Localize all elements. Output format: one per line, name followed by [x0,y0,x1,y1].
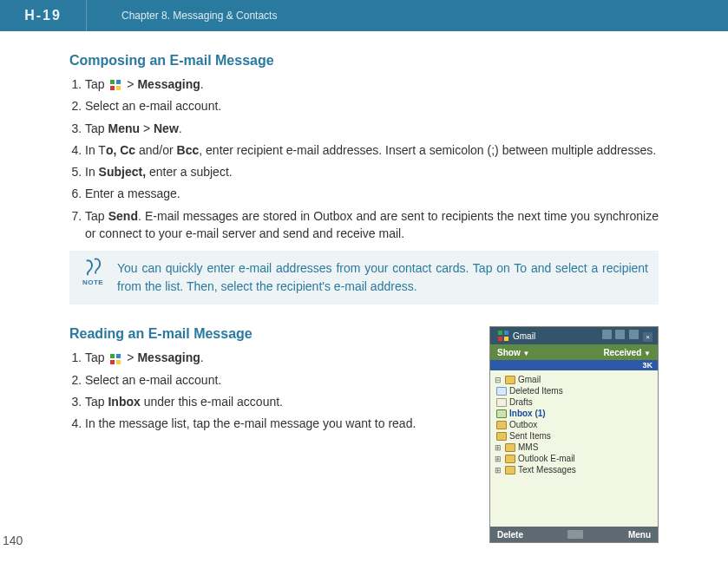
tree-label: Inbox (1) [509,409,546,418]
tree-item-deleted[interactable]: Deleted Items [494,385,653,396]
note-icon [83,258,102,277]
section-title-composing: Composing an E-mail Message [69,53,659,69]
tree-item-outbox[interactable]: Outbox [494,419,653,430]
reading-section-row: Reading an E-mail Message Tap > Messagin… [69,326,659,543]
text: > [127,350,137,364]
tree-label: Drafts [509,397,533,407]
text-bold: Inbox [108,395,140,409]
text: . E-mail messages are stored in Outbox a… [85,209,659,240]
tree-label: Gmail [518,375,541,384]
tree-label: MMS [518,442,538,452]
svg-rect-9 [504,337,508,341]
read-step-2: Select an e-mail account. [85,371,472,389]
tree-label: Outbox [509,420,537,429]
text: and/or [135,143,176,157]
network-icon [615,330,625,339]
svg-rect-7 [116,354,121,358]
reading-steps: Tap > Messaging. Select an e-mail accoun… [85,349,472,432]
tree-label: Outlook E-mail [518,454,575,463]
softkey-delete[interactable]: Delete [497,530,523,540]
speaker-icon [629,330,639,339]
expand-icon[interactable]: ⊞ [494,466,502,475]
tree-label: Deleted Items [509,386,563,396]
note-text: You can quickly enter e-mail addresses f… [117,259,648,296]
text-bold: Send [108,209,138,223]
text: Tap [85,77,108,91]
composing-steps: Tap > Messaging. Select an e-mail accoun… [85,75,659,242]
read-step-4: In the message list, tap the e-mail mess… [85,415,472,432]
collapse-icon[interactable]: ⊟ [494,376,502,384]
screenshot-softkeys: Delete Menu [490,527,658,542]
page-number: 140 [3,534,23,547]
chapter-title: Chapter 8. Messaging & Contacts [121,10,277,22]
tree-item-mms[interactable]: ⊞MMS [494,442,653,453]
start-icon [109,353,121,365]
text: In [85,165,99,179]
expand-icon[interactable]: ⊞ [494,443,502,452]
compose-step-4: In To, Cc and/or Bcc, enter recipient e-… [85,141,659,159]
tree-root-gmail[interactable]: ⊟ Gmail [494,374,653,385]
text: Tap [85,209,108,223]
text: > [127,77,137,91]
softkey-menu[interactable]: Menu [628,530,651,540]
titlebar-status-icons: × [600,330,653,342]
text: Tap [85,121,108,135]
compose-step-1: Tap > Messaging. [85,75,659,93]
brand-logo: H-19 [0,0,87,31]
folder-tree: ⊟ Gmail Deleted Items Drafts Inbox (1) O… [490,370,658,527]
svg-rect-2 [110,80,115,84]
text: In T [85,143,106,157]
compose-step-5: In Subject, enter a subject. [85,163,659,180]
signal-icon [602,330,612,339]
compose-step-3: Tap Menu > New. [85,120,659,137]
tree-item-sent[interactable]: Sent Items [494,430,653,442]
svg-rect-10 [498,331,502,335]
svg-rect-3 [116,80,121,84]
text: . [179,121,182,135]
tree-item-drafts[interactable]: Drafts [494,396,653,408]
text: enter a subject. [146,165,233,179]
reading-text-col: Reading an E-mail Message Tap > Messagin… [69,326,472,543]
folder-icon [505,376,515,384]
note-label: NOTE [78,278,108,286]
storage-badge: 3K [490,360,658,370]
folder-icon [505,466,515,475]
svg-rect-4 [110,360,115,364]
text: . [200,77,204,91]
svg-rect-5 [116,360,121,364]
text-bold: Bcc [177,143,200,157]
close-icon: × [643,332,653,342]
text-bold: Subject, [99,165,146,179]
text: Tap [85,395,108,409]
svg-rect-8 [498,337,502,341]
folder-icon [505,443,515,452]
svg-rect-6 [110,354,115,358]
expand-icon[interactable]: ⊞ [494,455,502,463]
compose-step-6: Enter a message. [85,185,659,202]
folder-icon [496,421,507,429]
tree-item-textmsg[interactable]: ⊞Text Messages [494,464,653,475]
tree-label: Text Messages [518,465,576,475]
sort-received[interactable]: Received ▼ [603,348,651,357]
text: > [140,121,154,135]
header-bar: H-19 Chapter 8. Messaging & Contacts [0,0,728,31]
screenshot-title: Gmail [513,331,600,341]
svg-rect-0 [110,86,115,90]
compose-step-2: Select an e-mail account. [85,97,659,115]
tree-item-inbox[interactable]: Inbox (1) [494,408,653,419]
text-bold: Messaging [137,77,200,91]
folder-icon [496,387,507,396]
tree-item-outlook[interactable]: ⊞Outlook E-mail [494,453,653,464]
keyboard-icon[interactable] [567,530,583,539]
text-bold: Menu [108,121,140,135]
folder-icon [496,432,507,441]
tree-label: Sent Items [509,431,551,441]
note-box: NOTE You can quickly enter e-mail addres… [69,251,659,304]
sort-show[interactable]: Show ▼ [497,348,529,357]
text: under this e-mail account. [141,395,283,409]
read-step-1: Tap > Messaging. [85,349,472,366]
device-screenshot: Gmail × Show ▼ Received ▼ 3K ⊟ Gmail [489,326,659,543]
read-step-3: Tap Inbox under this e-mail account. [85,393,472,410]
start-icon [497,330,509,342]
screenshot-sortbar: Show ▼ Received ▼ [490,344,658,360]
